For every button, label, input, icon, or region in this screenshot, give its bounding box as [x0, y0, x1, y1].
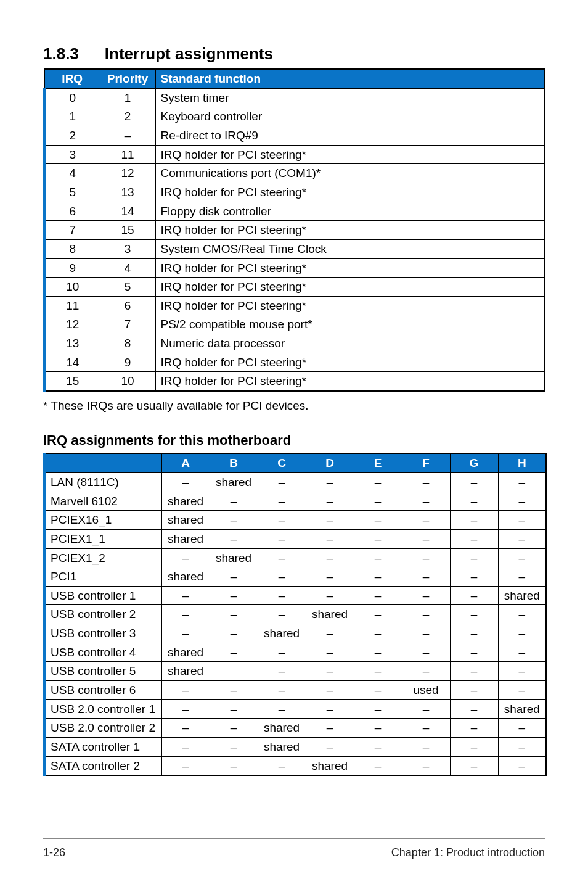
cell-value: –	[354, 737, 402, 756]
cell-label: USB controller 5	[44, 662, 161, 681]
cell-label: USB controller 6	[44, 681, 161, 700]
cell-value: –	[498, 737, 546, 756]
cell-value: –	[258, 662, 306, 681]
cell-label: USB 2.0 controller 2	[44, 719, 161, 738]
cell-value: –	[161, 472, 210, 492]
cell-value: –	[161, 605, 210, 624]
table-row: 1510IRQ holder for PCI steering*	[44, 372, 544, 391]
cell-priority: 14	[100, 202, 155, 221]
cell-priority: 13	[100, 183, 155, 202]
cell-irq: 8	[44, 239, 100, 258]
cell-value: –	[161, 624, 210, 643]
cell-irq: 15	[44, 372, 100, 391]
cell-value: –	[258, 511, 306, 530]
cell-value: –	[354, 643, 402, 662]
cell-value: –	[306, 737, 354, 756]
cell-label: PCIEX1_1	[44, 529, 161, 548]
cell-priority: 12	[100, 164, 155, 183]
cell-value: –	[498, 472, 546, 492]
cell-value: –	[402, 472, 450, 492]
cell-value: –	[258, 681, 306, 700]
cell-value: –	[402, 529, 450, 548]
cell-irq: 6	[44, 202, 100, 221]
cell-priority: 11	[100, 145, 155, 164]
cell-function: IRQ holder for PCI steering*	[155, 145, 544, 164]
cell-value: –	[161, 719, 210, 738]
assignments-heading: IRQ assignments for this motherboard	[43, 431, 545, 450]
table-row: 138Numeric data processor	[44, 334, 544, 353]
cell-value: –	[306, 511, 354, 530]
cell-value: –	[258, 472, 306, 492]
table-header-row: IRQ Priority Standard function	[44, 69, 544, 88]
cell-value: shared	[161, 567, 210, 587]
table-row: 116IRQ holder for PCI steering*	[44, 296, 544, 315]
cell-value: –	[450, 719, 498, 738]
cell-priority: 3	[100, 239, 155, 258]
page-footer: 1-26 Chapter 1: Product introduction	[43, 838, 545, 860]
cell-value: –	[306, 681, 354, 700]
cell-value: –	[258, 643, 306, 662]
cell-value: –	[258, 567, 306, 587]
cell-value: –	[306, 548, 354, 567]
cell-value: –	[258, 699, 306, 719]
cell-label: USB controller 4	[44, 643, 161, 662]
cell-irq: 10	[44, 278, 100, 297]
cell-value: –	[258, 492, 306, 511]
cell-value: –	[450, 681, 498, 700]
cell-value: shared	[306, 756, 354, 775]
cell-value	[210, 662, 258, 681]
cell-value: –	[402, 624, 450, 643]
cell-value: –	[450, 737, 498, 756]
cell-value: –	[210, 492, 258, 511]
table-row: PCIEX16_1shared–––––––	[44, 511, 546, 530]
cell-value: –	[450, 586, 498, 605]
cell-value: –	[354, 511, 402, 530]
cell-function: IRQ holder for PCI steering*	[155, 278, 544, 297]
cell-value: –	[210, 511, 258, 530]
cell-value: shared	[161, 643, 210, 662]
cell-value: –	[450, 662, 498, 681]
th-priority: Priority	[100, 69, 155, 88]
assignments-table: ABCDEFGH LAN (8111C)–shared––––––Marvell…	[43, 453, 547, 776]
th-col: F	[402, 453, 450, 472]
table-row: PCIEX1_1shared–––––––	[44, 529, 546, 548]
cell-label: USB controller 3	[44, 624, 161, 643]
section-number: 1.8.3	[43, 43, 79, 65]
cell-value: –	[354, 681, 402, 700]
cell-value: –	[498, 681, 546, 700]
cell-priority: 2	[100, 107, 155, 126]
cell-value: –	[354, 719, 402, 738]
cell-priority: 4	[100, 258, 155, 278]
cell-label: LAN (8111C)	[44, 472, 161, 492]
th-col: D	[306, 453, 354, 472]
th-blank	[44, 453, 161, 472]
table-row: 12Keyboard controller	[44, 107, 544, 126]
table-row: 2–Re-direct to IRQ#9	[44, 126, 544, 146]
cell-value: –	[354, 492, 402, 511]
cell-value: –	[354, 624, 402, 643]
cell-irq: 12	[44, 315, 100, 334]
table-row: Marvell 6102shared–––––––	[44, 492, 546, 511]
cell-irq: 14	[44, 353, 100, 372]
cell-label: USB 2.0 controller 1	[44, 699, 161, 719]
cell-value: shared	[306, 605, 354, 624]
cell-value: –	[161, 681, 210, 700]
cell-value: –	[258, 605, 306, 624]
cell-value: –	[450, 624, 498, 643]
cell-value: –	[306, 492, 354, 511]
cell-label: PCI1	[44, 567, 161, 587]
th-col: G	[450, 453, 498, 472]
table-row: 412Communications port (COM1)*	[44, 164, 544, 183]
table-row: SATA controller 1––shared–––––	[44, 737, 546, 756]
table-row: USB controller 4shared–––––––	[44, 643, 546, 662]
cell-value: –	[402, 567, 450, 587]
cell-value: –	[402, 737, 450, 756]
cell-value: –	[450, 756, 498, 775]
cell-value: –	[498, 643, 546, 662]
cell-value: shared	[161, 529, 210, 548]
cell-value: shared	[498, 699, 546, 719]
cell-value: –	[450, 529, 498, 548]
cell-function: System CMOS/Real Time Clock	[155, 239, 544, 258]
cell-value: –	[258, 756, 306, 775]
cell-value: –	[450, 699, 498, 719]
